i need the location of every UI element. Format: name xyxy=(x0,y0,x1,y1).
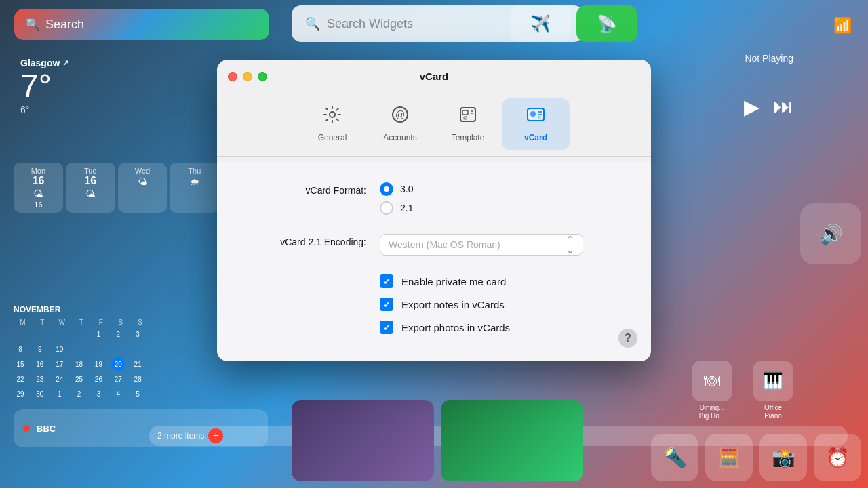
tab-vcard-label: vCard xyxy=(524,133,547,142)
dialog-titlebar: vCard xyxy=(217,60,651,93)
minimize-button[interactable] xyxy=(243,72,252,81)
vcard-format-radio-group: 3.0 2.1 xyxy=(380,182,413,215)
help-button[interactable]: ? xyxy=(618,329,637,348)
radio-30-inner xyxy=(384,186,389,192)
tab-vcard[interactable]: @ vCard xyxy=(502,98,570,150)
vcard-encoding-select[interactable]: Western (Mac OS Roman) ⌃⌄ xyxy=(380,234,583,256)
help-icon: ? xyxy=(625,332,631,344)
checkbox-export-notes-check: ✓ xyxy=(383,300,391,310)
dialog-title: vCard xyxy=(420,70,449,82)
checkbox-export-notes[interactable]: ✓ Export notes in vCards xyxy=(380,298,624,311)
traffic-lights xyxy=(228,72,267,81)
tab-template-label: Template xyxy=(452,133,485,142)
vcard-format-label: vCard Format: xyxy=(244,182,380,196)
general-tab-icon xyxy=(323,105,342,129)
vcard-format-row: vCard Format: 3.0 2.1 xyxy=(244,182,624,215)
radio-30-label: 3.0 xyxy=(400,184,413,195)
checkbox-private-me-card-label: Enable private me card xyxy=(401,276,506,287)
template-tab-icon: @ xyxy=(458,105,477,129)
svg-point-9 xyxy=(530,111,536,117)
svg-rect-4 xyxy=(462,110,468,115)
checkbox-section: ✓ Enable private me card ✓ Export notes … xyxy=(380,274,624,334)
tab-divider xyxy=(217,156,651,157)
tab-general[interactable]: General xyxy=(298,98,366,150)
checkbox-private-me-card-box[interactable]: ✓ xyxy=(380,274,393,288)
dialog-overlay: vCard General @ xyxy=(0,0,868,488)
radio-21[interactable]: 2.1 xyxy=(380,201,413,215)
checkbox-private-me-card[interactable]: ✓ Enable private me card xyxy=(380,274,624,288)
vcard-format-controls: 3.0 2.1 xyxy=(380,182,413,215)
tab-accounts-label: Accounts xyxy=(383,133,416,142)
svg-text:@: @ xyxy=(462,115,467,120)
tab-accounts[interactable]: @ Accounts xyxy=(366,98,434,150)
tab-general-label: General xyxy=(318,133,347,142)
vcard-encoding-label: vCard 2.1 Encoding: xyxy=(244,234,380,247)
close-button[interactable] xyxy=(228,72,237,81)
vcard-encoding-row: vCard 2.1 Encoding: Western (Mac OS Roma… xyxy=(244,234,624,256)
radio-21-label: 2.1 xyxy=(400,203,413,214)
vcard-dialog: vCard General @ xyxy=(217,60,651,361)
accounts-tab-icon: @ xyxy=(391,105,410,129)
tab-template[interactable]: @ Template xyxy=(434,98,502,150)
vcard-tab-icon: @ xyxy=(526,105,545,129)
dialog-content: vCard Format: 3.0 2.1 xyxy=(217,162,651,361)
svg-text:@: @ xyxy=(538,115,541,119)
encoding-chevrons-icon: ⌃⌄ xyxy=(566,234,574,256)
checkbox-export-notes-box[interactable]: ✓ xyxy=(380,298,393,311)
fullscreen-button[interactable] xyxy=(258,72,267,81)
radio-30[interactable]: 3.0 xyxy=(380,182,413,196)
checkbox-export-photos-box[interactable]: ✓ xyxy=(380,321,393,334)
checkbox-export-notes-label: Export notes in vCards xyxy=(401,299,505,310)
svg-point-0 xyxy=(330,112,335,117)
encoding-value: Western (Mac OS Roman) xyxy=(389,239,500,250)
checkbox-export-photos-label: Export photos in vCards xyxy=(401,322,510,333)
svg-text:@: @ xyxy=(395,109,405,120)
checkbox-export-photos[interactable]: ✓ Export photos in vCards xyxy=(380,321,624,334)
checkbox-export-photos-check: ✓ xyxy=(383,323,391,333)
radio-21-button[interactable] xyxy=(380,201,393,215)
tab-bar: General @ Accounts xyxy=(217,93,651,150)
radio-30-button[interactable] xyxy=(380,182,393,196)
checkbox-private-me-card-check: ✓ xyxy=(383,277,391,287)
